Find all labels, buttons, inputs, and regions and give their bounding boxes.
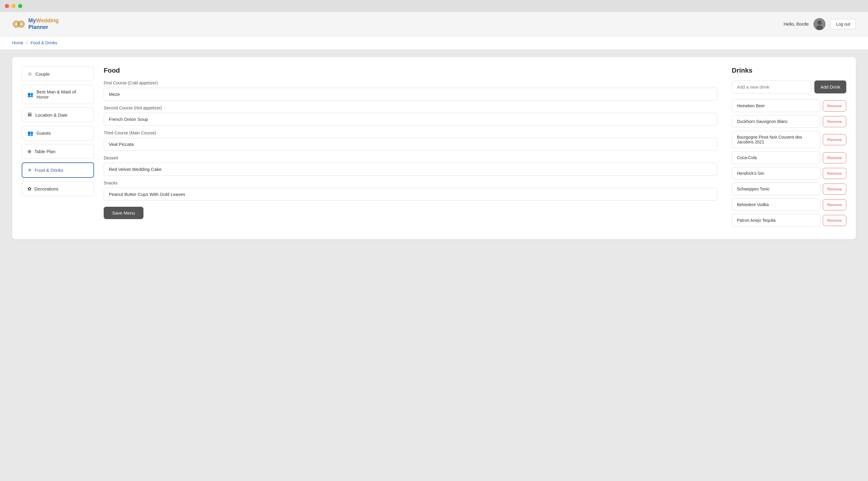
course-input-1[interactable] xyxy=(104,113,717,126)
food-section: Food First Course (Cold appetizer)Second… xyxy=(104,67,717,230)
remove-drink-button-1[interactable]: Remove xyxy=(823,116,846,127)
close-button[interactable] xyxy=(5,4,9,8)
content-card: ☺Couple👥Best Man & Maid of Honor🏛Locatio… xyxy=(12,57,856,239)
drink-name-0: Heineken Beer xyxy=(732,99,820,112)
drink-item: Schweppes TonicRemove xyxy=(732,183,846,195)
svg-point-2 xyxy=(15,23,18,26)
breadcrumb-current: Food & Drinks xyxy=(30,40,57,45)
drink-name-3: Coca-Cola xyxy=(732,151,820,164)
sidebar-item-guests[interactable]: 👥Guests xyxy=(22,126,94,140)
drink-name-2: Bourgogne Pinot Noir Couvent des Jacobin… xyxy=(732,131,820,148)
drink-item: Coca-ColaRemove xyxy=(732,151,846,164)
remove-drink-button-5[interactable]: Remove xyxy=(823,184,846,195)
sidebar-icon-best-man: 👥 xyxy=(27,92,33,97)
course-label-3: Dessert xyxy=(104,156,717,160)
course-input-4[interactable] xyxy=(104,188,717,201)
drinks-title: Drinks xyxy=(732,67,846,74)
logo: MyWedding Planner xyxy=(12,18,59,31)
main: ☺Couple👥Best Man & Maid of Honor🏛Locatio… xyxy=(0,50,868,481)
sidebar-icon-guests: 👥 xyxy=(27,130,33,136)
breadcrumb: Home / Food & Drinks xyxy=(0,36,868,50)
remove-drink-button-6[interactable]: Remove xyxy=(823,199,846,211)
sidebar-label-location-date: Location & Date xyxy=(35,113,67,118)
svg-point-6 xyxy=(816,25,823,30)
drink-item: Hendrick's GinRemove xyxy=(732,167,846,180)
logout-button[interactable]: Log out xyxy=(830,19,856,29)
course-label-0: First Course (Cold appetizer) xyxy=(104,81,717,85)
drink-name-1: Duckhorn Sauvignon Blanc xyxy=(732,115,820,128)
greeting-text: Hello, Đorđe xyxy=(784,22,809,27)
remove-drink-button-2[interactable]: Remove xyxy=(823,134,846,145)
drinks-section: Drinks Add Drink Heineken BeerRemoveDuck… xyxy=(732,67,846,230)
logo-my: My xyxy=(28,18,36,24)
sidebar: ☺Couple👥Best Man & Maid of Honor🏛Locatio… xyxy=(22,67,94,230)
svg-point-5 xyxy=(817,21,822,25)
course-input-3[interactable] xyxy=(104,163,717,176)
add-drink-row: Add Drink xyxy=(732,81,846,93)
courses-container: First Course (Cold appetizer)Second Cour… xyxy=(104,81,717,201)
sidebar-label-decorations: Decorations xyxy=(34,186,59,191)
logo-text: MyWedding Planner xyxy=(28,18,59,30)
sidebar-label-couple: Couple xyxy=(35,71,50,76)
sidebar-item-food-drinks[interactable]: ✕Food & Drinks xyxy=(22,162,94,178)
drink-item: Heineken BeerRemove xyxy=(732,99,846,112)
sidebar-icon-couple: ☺ xyxy=(27,71,32,76)
sidebar-label-table-plan: Table Plan xyxy=(34,149,56,154)
avatar xyxy=(813,18,826,30)
remove-drink-button-3[interactable]: Remove xyxy=(823,152,846,163)
header-right: Hello, Đorđe Log out xyxy=(784,18,856,30)
logo-wedding: Wedding xyxy=(36,18,59,24)
course-label-1: Second Course (Hot appetizer) xyxy=(104,105,717,110)
breadcrumb-home[interactable]: Home xyxy=(12,40,23,45)
drink-item: Bourgogne Pinot Noir Couvent des Jacobin… xyxy=(732,131,846,148)
course-label-4: Snacks xyxy=(104,181,717,185)
logo-planner: Planner xyxy=(28,24,48,30)
drink-name-4: Hendrick's Gin xyxy=(732,167,820,180)
sidebar-item-couple[interactable]: ☺Couple xyxy=(22,67,94,81)
add-drink-input[interactable] xyxy=(732,81,811,93)
logo-icon xyxy=(12,18,25,31)
sidebar-item-location-date[interactable]: 🏛Location & Date xyxy=(22,107,94,122)
drink-name-5: Schweppes Tonic xyxy=(732,183,820,195)
drink-name-7: Patron Anejo Tequila xyxy=(732,214,820,227)
drink-name-6: Belvedere Vodka xyxy=(732,198,820,211)
remove-drink-button-0[interactable]: Remove xyxy=(823,100,846,111)
save-menu-button[interactable]: Save Menu xyxy=(104,207,144,219)
sidebar-icon-food-drinks: ✕ xyxy=(28,167,32,173)
sidebar-icon-location-date: 🏛 xyxy=(27,112,32,118)
sidebar-label-guests: Guests xyxy=(36,130,51,136)
drink-item: Patron Anejo TequilaRemove xyxy=(732,214,846,227)
remove-drink-button-7[interactable]: Remove xyxy=(823,215,846,226)
remove-drink-button-4[interactable]: Remove xyxy=(823,168,846,179)
sidebar-label-best-man: Best Man & Maid of Honor xyxy=(36,89,88,99)
drink-item: Duckhorn Sauvignon BlancRemove xyxy=(732,115,846,128)
maximize-button[interactable] xyxy=(18,4,22,8)
header: MyWedding Planner Hello, Đorđe Log out xyxy=(0,12,868,36)
course-input-2[interactable] xyxy=(104,138,717,151)
drinks-container: Heineken BeerRemoveDuckhorn Sauvignon Bl… xyxy=(732,99,846,227)
sidebar-item-best-man[interactable]: 👥Best Man & Maid of Honor xyxy=(22,85,94,104)
sidebar-item-table-plan[interactable]: ⊕Table Plan xyxy=(22,144,94,159)
panel: Food First Course (Cold appetizer)Second… xyxy=(104,67,846,230)
sidebar-label-food-drinks: Food & Drinks xyxy=(35,167,63,173)
svg-point-3 xyxy=(20,23,23,26)
drink-item: Belvedere VodkaRemove xyxy=(732,198,846,211)
sidebar-icon-decorations: ✿ xyxy=(27,186,31,192)
minimize-button[interactable] xyxy=(11,4,16,8)
sidebar-item-decorations[interactable]: ✿Decorations xyxy=(22,182,94,196)
sidebar-icon-table-plan: ⊕ xyxy=(27,149,31,154)
breadcrumb-separator: / xyxy=(26,40,27,45)
course-input-0[interactable] xyxy=(104,88,717,101)
add-drink-button[interactable]: Add Drink xyxy=(814,81,846,93)
food-title: Food xyxy=(104,67,717,74)
titlebar xyxy=(0,0,868,12)
course-label-2: Third Course (Main Course) xyxy=(104,130,717,135)
